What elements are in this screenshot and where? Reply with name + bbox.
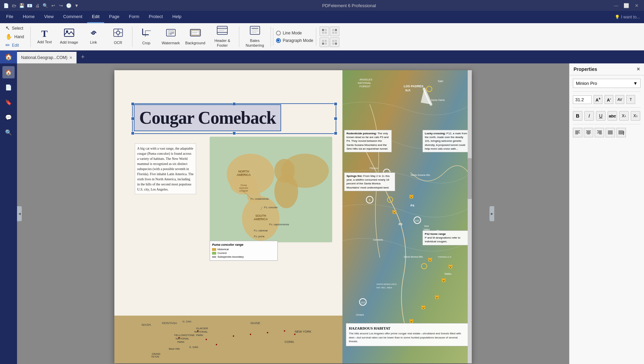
collapse-panel-button[interactable]: ◀ <box>17 206 22 221</box>
menu-file[interactable]: File <box>1 11 18 23</box>
ocr-button[interactable]: OCR <box>106 25 130 49</box>
superscript-button[interactable]: X1 <box>619 111 629 121</box>
line-mode-option[interactable]: Line Mode <box>276 31 313 35</box>
paragraph-mode-option[interactable]: Paragraph Mode <box>276 38 313 43</box>
align-right-top-button[interactable] <box>330 27 339 36</box>
hazard-box: HAZARDOUS HABITAT The hills around Los A… <box>346 323 468 346</box>
tracking-button[interactable]: AV <box>615 95 624 104</box>
svg-text:NEW YORK: NEW YORK <box>295 330 311 333</box>
undo-icon[interactable]: ↩ <box>50 2 57 9</box>
panel-pages-button[interactable]: 📄 <box>2 81 15 93</box>
panel-search-button[interactable]: 🔍 <box>2 126 15 138</box>
svg-text:MAINE: MAINE <box>251 321 260 325</box>
handle-middle-right[interactable] <box>334 117 337 120</box>
open-icon[interactable]: 🗁 <box>11 2 17 9</box>
line-mode-radio[interactable] <box>276 31 281 35</box>
email-icon[interactable]: 📧 <box>26 2 33 9</box>
handle-top-right[interactable] <box>334 102 337 106</box>
link-button[interactable]: Link <box>82 25 106 49</box>
font-size-input[interactable] <box>573 95 592 104</box>
watermark-button[interactable]: WM Watermark <box>159 25 183 49</box>
maximize-button[interactable]: ⬜ <box>622 2 631 9</box>
print-icon[interactable]: 🖨 <box>34 2 41 9</box>
properties-close-button[interactable]: × <box>637 66 640 72</box>
dropdown-icon[interactable]: ▼ <box>73 2 80 9</box>
add-text-button[interactable]: T Add Text <box>33 25 57 49</box>
menu-home[interactable]: Home <box>18 11 39 23</box>
panel-home-button[interactable]: 🏠 <box>2 66 15 78</box>
tab-close-button[interactable]: × <box>69 55 72 60</box>
header-footer-icon <box>216 26 228 37</box>
background-button[interactable]: Background <box>183 25 207 49</box>
collapse-right-button[interactable]: ▶ <box>489 206 494 221</box>
svg-text:Black Hills: Black Hills <box>169 348 180 350</box>
separator-1 <box>30 27 31 47</box>
font-size-up-button[interactable]: A+ <box>594 95 602 104</box>
svg-text:Fillmore: Fillmore <box>370 167 378 169</box>
svg-text:NAT. REC. AREA: NAT. REC. AREA <box>376 287 392 289</box>
italic-button[interactable]: I <box>584 111 594 121</box>
bates-numbering-button[interactable]: BatesNumbering <box>241 25 269 49</box>
align-right-bottom-button[interactable] <box>330 37 339 47</box>
svg-text:CONN.: CONN. <box>285 340 294 344</box>
header-footer-button[interactable]: Header & Footer <box>208 25 237 49</box>
panel-bookmarks-button[interactable]: 🔖 <box>2 96 15 108</box>
align-left-bottom-button[interactable] <box>320 37 329 47</box>
hand-tool[interactable]: ✋ Hand <box>4 33 26 41</box>
edit-tool[interactable]: ✏ Edit <box>4 41 26 49</box>
close-button[interactable]: ✕ <box>632 2 641 9</box>
add-tab-button[interactable]: + <box>78 52 87 62</box>
font-selector[interactable]: Minion Pro ▼ <box>573 79 641 88</box>
handle-bottom-left[interactable] <box>131 132 134 135</box>
add-image-button[interactable]: Add Image <box>57 25 81 49</box>
title-bar-left: 📄 🗁 💾 📧 🖨 🔍 ↩ ↪ 🕐 ▼ <box>3 2 87 9</box>
strikethrough-button[interactable]: abc <box>608 111 617 121</box>
menu-page[interactable]: Page <box>104 11 124 23</box>
menu-comment[interactable]: Comment <box>59 11 87 23</box>
vertical-scrollbar[interactable] <box>468 70 472 363</box>
paragraph-mode-radio[interactable] <box>276 38 281 43</box>
align-center-button[interactable] <box>584 128 593 137</box>
subscript-button[interactable]: X1 <box>631 111 640 121</box>
handle-bottom-right[interactable] <box>334 132 337 135</box>
home-icon: 🏠 <box>5 53 12 61</box>
menu-edit[interactable]: Edit <box>87 11 104 23</box>
panel-comments-icon: 💬 <box>5 114 12 121</box>
scrollbar-thumb[interactable] <box>468 158 472 199</box>
panel-comments-button[interactable]: 💬 <box>2 111 15 123</box>
baseline-button[interactable]: T <box>626 95 635 104</box>
collapse-right-icon: ▶ <box>491 212 493 215</box>
menu-form[interactable]: Form <box>124 11 144 23</box>
redo-icon[interactable]: ↪ <box>58 2 64 9</box>
separator-3 <box>239 27 239 47</box>
svg-text:ANGELES: ANGELES <box>359 78 372 81</box>
menu-protect[interactable]: Protect <box>144 11 167 23</box>
document-tab[interactable]: National.Geograp...COM) × <box>17 52 77 63</box>
bold-button[interactable]: B <box>573 111 582 121</box>
select-tool[interactable]: ↖ Select <box>4 24 26 32</box>
svg-text:N.F.: N.F. <box>405 89 411 92</box>
underline-button[interactable]: U <box>596 111 606 121</box>
font-size-down-button[interactable]: A- <box>605 95 613 104</box>
font-dropdown-icon: ▼ <box>633 81 638 86</box>
align-left-button[interactable] <box>573 128 582 137</box>
search-quick-icon[interactable]: 🔍 <box>42 2 49 9</box>
svg-text:Simi: Simi <box>424 225 429 227</box>
menu-help[interactable]: Help <box>167 11 186 23</box>
history-icon[interactable]: 🕐 <box>65 2 72 9</box>
crop-button[interactable]: Crop <box>134 25 158 49</box>
crop-label: Crop <box>142 41 150 45</box>
want-to-button[interactable]: 💡 I want to... <box>615 15 640 19</box>
minimize-button[interactable]: — <box>611 2 621 9</box>
handle-bottom-middle[interactable] <box>232 132 236 135</box>
select-icon: ↖ <box>5 25 10 31</box>
align-distribute-button[interactable] <box>616 128 626 137</box>
align-right-button[interactable] <box>595 128 604 137</box>
home-tab-button[interactable]: 🏠 <box>0 50 17 63</box>
svg-point-90 <box>233 335 234 337</box>
align-justify-button[interactable] <box>606 128 615 137</box>
menu-view[interactable]: View <box>39 11 59 23</box>
save-icon[interactable]: 💾 <box>18 2 25 9</box>
align-left-top-button[interactable] <box>320 27 329 36</box>
line-mode-label: Line Mode <box>283 31 302 35</box>
